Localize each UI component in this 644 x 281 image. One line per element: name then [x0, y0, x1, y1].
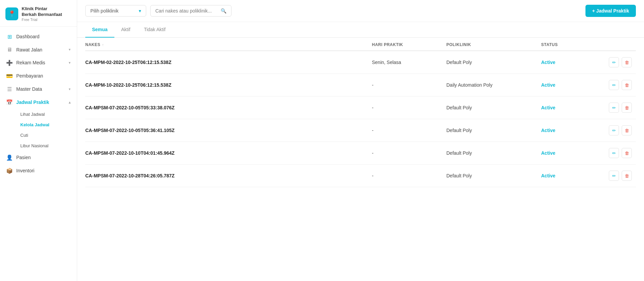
cell-hari-5: -: [372, 173, 446, 178]
table-row: CA-MPSM-07-2022-10-05T05:36:41.105Z - De…: [85, 119, 636, 142]
table-area: NAKES ↑ HARI PRAKTIK POLIKLINIK STATUS C…: [77, 38, 644, 281]
submenu-libur-nasional[interactable]: Libur Nasional: [16, 140, 77, 151]
table-row: CA-MPM-10-2022-10-25T06:12:15.538Z - Dai…: [85, 74, 636, 96]
delete-button-5[interactable]: 🗑: [622, 171, 632, 181]
sidebar-logo: 📍 Klinik PintarBerkah Bermanfaat Free Tr…: [0, 0, 77, 27]
chevron-up-icon: ▴: [69, 100, 71, 105]
col-header-actions: [609, 42, 636, 47]
col-header-hari: HARI PRAKTIK: [372, 42, 446, 47]
sidebar-item-rawat-jalan[interactable]: 🖥 Rawat Jalan ▾: [0, 43, 77, 56]
sort-icon: ↑: [102, 43, 104, 47]
table-header: NAKES ↑ HARI PRAKTIK POLIKLINIK STATUS: [85, 38, 636, 51]
chevron-down-icon: ▾: [69, 87, 71, 91]
edit-button-2[interactable]: ✏: [609, 103, 619, 113]
table-row: CA-MPSM-07-2022-10-28T04:26:05.787Z - De…: [85, 165, 636, 187]
topbar: Pilih poliklinik ▾ 🔍 + Jadwal Praktik: [77, 0, 644, 22]
master-data-icon: ☰: [6, 86, 13, 92]
cell-hari-3: -: [372, 128, 446, 133]
cell-actions-5: ✏ 🗑: [609, 171, 636, 181]
clinic-tier: Free Trial: [22, 18, 62, 22]
sidebar-item-rekam-medis[interactable]: ➕ Rekam Medis ▾: [0, 56, 77, 69]
cell-actions-1: ✏ 🗑: [609, 80, 636, 90]
sidebar-item-inventori[interactable]: 📦 Inventori: [0, 164, 77, 177]
cell-poli-3: Default Poly: [446, 128, 541, 133]
add-jadwal-button[interactable]: + Jadwal Praktik: [585, 5, 636, 17]
sidebar-item-pembayaran[interactable]: 💳 Pembayaran: [0, 69, 77, 83]
cell-nakes-4: CA-MPSM-07-2022-10-10T04:01:45.964Z: [85, 150, 372, 156]
dashboard-icon: ⊞: [6, 34, 13, 40]
cell-hari-2: -: [372, 105, 446, 110]
edit-button-4[interactable]: ✏: [609, 148, 619, 158]
main-content: Pilih poliklinik ▾ 🔍 + Jadwal Praktik Se…: [77, 0, 644, 281]
jadwal-icon: 📅: [6, 99, 13, 106]
cell-actions-3: ✏ 🗑: [609, 125, 636, 135]
search-bar[interactable]: 🔍: [150, 5, 231, 17]
cell-hari-4: -: [372, 150, 446, 156]
cell-status-4: Active: [541, 150, 609, 156]
sidebar-item-dashboard[interactable]: ⊞ Dashboard: [0, 30, 77, 43]
cell-status-3: Active: [541, 128, 609, 133]
sidebar: 📍 Klinik PintarBerkah Bermanfaat Free Tr…: [0, 0, 77, 281]
cell-nakes-0: CA-MPM-02-2022-10-25T06:12:15.538Z: [85, 60, 372, 65]
inventori-icon: 📦: [6, 168, 13, 174]
cell-status-0: Active: [541, 60, 609, 65]
pembayaran-icon: 💳: [6, 73, 13, 79]
cell-status-1: Active: [541, 82, 609, 88]
cell-nakes-1: CA-MPM-10-2022-10-25T06:12:15.538Z: [85, 82, 372, 88]
submenu-lihat-jadwal[interactable]: Lihat Jadwal: [16, 109, 77, 120]
dropdown-chevron-icon: ▾: [139, 8, 141, 14]
cell-poli-0: Default Poly: [446, 60, 541, 65]
chevron-down-icon: ▾: [69, 47, 71, 52]
cell-status-5: Active: [541, 173, 609, 178]
delete-button-2[interactable]: 🗑: [622, 103, 632, 113]
cell-actions-4: ✏ 🗑: [609, 148, 636, 158]
sidebar-item-jadwal-praktik[interactable]: 📅 Jadwal Praktik ▴: [0, 96, 77, 109]
clinic-name: Klinik PintarBerkah Bermanfaat: [22, 6, 62, 18]
sidebar-item-master-data[interactable]: ☰ Master Data ▾: [0, 83, 77, 96]
edit-button-5[interactable]: ✏: [609, 171, 619, 181]
col-header-nakes: NAKES ↑: [85, 42, 372, 47]
submenu-kelola-jadwal[interactable]: Kelola Jadwal: [16, 120, 77, 130]
submenu-cuti[interactable]: Cuti: [16, 130, 77, 140]
cell-hari-0: Senin, Selasa: [372, 60, 446, 65]
col-header-poliklinik: POLIKLINIK: [446, 42, 541, 47]
pasien-icon: 👤: [6, 154, 13, 161]
delete-button-0[interactable]: 🗑: [622, 57, 632, 67]
table-row: CA-MPSM-07-2022-10-10T04:01:45.964Z - De…: [85, 142, 636, 165]
cell-poli-1: Daily Automation Poly: [446, 82, 541, 88]
edit-button-1[interactable]: ✏: [609, 80, 619, 90]
edit-button-3[interactable]: ✏: [609, 125, 619, 135]
tab-tidak-aktif[interactable]: Tidak Aktif: [137, 22, 172, 38]
cell-nakes-3: CA-MPSM-07-2022-10-05T05:36:41.105Z: [85, 128, 372, 133]
col-header-status: STATUS: [541, 42, 609, 47]
tabs: Semua Aktif Tidak Aktif: [77, 22, 644, 38]
chevron-down-icon: ▾: [69, 61, 71, 65]
delete-button-3[interactable]: 🗑: [622, 125, 632, 135]
cell-actions-0: ✏ 🗑: [609, 57, 636, 67]
cell-status-2: Active: [541, 105, 609, 110]
table-body: CA-MPM-02-2022-10-25T06:12:15.538Z Senin…: [85, 51, 636, 187]
cell-poli-4: Default Poly: [446, 150, 541, 156]
sidebar-item-pasien[interactable]: 👤 Pasien: [0, 151, 77, 164]
cell-nakes-2: CA-MPSM-07-2022-10-05T05:33:38.076Z: [85, 105, 372, 110]
cell-hari-1: -: [372, 82, 446, 88]
poliklinik-dropdown[interactable]: Pilih poliklinik ▾: [85, 5, 146, 17]
rawat-jalan-icon: 🖥: [6, 47, 13, 53]
search-icon: 🔍: [221, 8, 226, 14]
tab-semua[interactable]: Semua: [85, 22, 114, 38]
sidebar-nav: ⊞ Dashboard 🖥 Rawat Jalan ▾ ➕ Rekam Medi…: [0, 27, 77, 281]
cell-nakes-5: CA-MPSM-07-2022-10-28T04:26:05.787Z: [85, 173, 372, 178]
jadwal-submenu: Lihat Jadwal Kelola Jadwal Cuti Libur Na…: [0, 109, 77, 151]
cell-actions-2: ✏ 🗑: [609, 103, 636, 113]
table-row: CA-MPM-02-2022-10-25T06:12:15.538Z Senin…: [85, 51, 636, 74]
cell-poli-5: Default Poly: [446, 173, 541, 178]
delete-button-4[interactable]: 🗑: [622, 148, 632, 158]
logo-icon: 📍: [5, 7, 18, 20]
tab-aktif[interactable]: Aktif: [114, 22, 137, 38]
cell-poli-2: Default Poly: [446, 105, 541, 110]
search-input[interactable]: [155, 8, 218, 14]
table-row: CA-MPSM-07-2022-10-05T05:33:38.076Z - De…: [85, 96, 636, 119]
rekam-medis-icon: ➕: [6, 60, 13, 66]
edit-button-0[interactable]: ✏: [609, 57, 619, 67]
delete-button-1[interactable]: 🗑: [622, 80, 632, 90]
